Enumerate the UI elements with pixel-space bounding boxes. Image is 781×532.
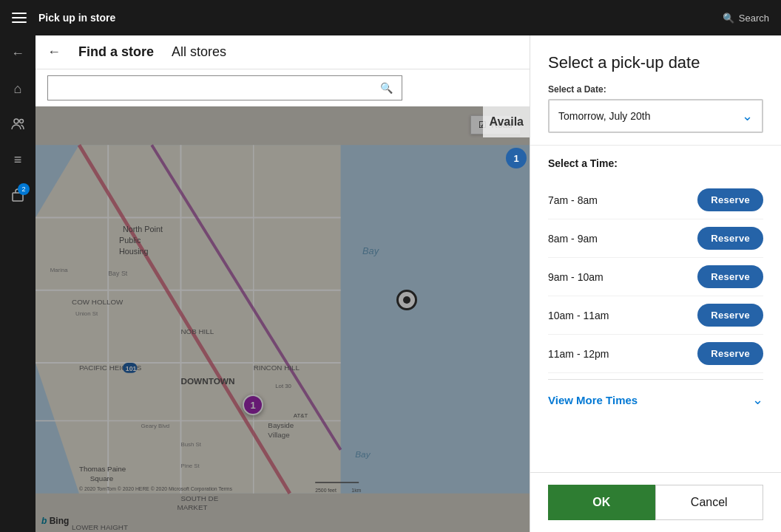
view-more-label: View More Times <box>548 394 638 406</box>
svg-text:North Point: North Point <box>123 225 163 233</box>
bag-icon[interactable]: 2 <box>6 183 30 207</box>
svg-text:Housing: Housing <box>119 247 149 256</box>
svg-text:AT&T: AT&T <box>294 412 308 419</box>
sidebar: ← ⌂ ≡ 2 <box>0 35 36 532</box>
svg-text:2500 feet: 2500 feet <box>315 488 337 493</box>
svg-text:Bay St: Bay St <box>108 270 128 277</box>
store-search-container[interactable]: 🔍 <box>47 75 402 100</box>
header-title: Pick up in store <box>38 12 711 24</box>
reserve-button-2[interactable]: Reserve <box>697 265 763 288</box>
svg-text:Pine St: Pine St <box>180 463 200 469</box>
svg-text:RINCON HILL: RINCON HILL <box>254 364 300 372</box>
time-range-4: 11am - 12pm <box>548 348 609 360</box>
menu-lines-icon[interactable]: ≡ <box>6 148 30 171</box>
panel-title: Select a pick-up date <box>548 53 763 72</box>
cancel-button[interactable]: Cancel <box>655 485 764 520</box>
time-slot-0: 7am - 8am Reserve <box>548 181 763 219</box>
top-header: Pick up in store 🔍 Search <box>0 0 781 35</box>
time-range-3: 10am - 11am <box>548 310 609 321</box>
marker-number: 1 <box>250 400 255 411</box>
pickup-panel: Select a pick-up date Select a Date: Tom… <box>530 35 781 532</box>
svg-text:Square: Square <box>90 474 114 482</box>
panel-body: Select a Time: 7am - 8am Reserve 8am - 9… <box>530 146 781 472</box>
bing-logo: b Bing <box>41 516 69 526</box>
svg-text:Bush St: Bush St <box>180 441 201 448</box>
svg-text:Bay: Bay <box>355 449 371 459</box>
svg-text:COW HOLLOW: COW HOLLOW <box>72 298 124 306</box>
date-dropdown[interactable]: Tomorrow, July 20th ⌄ <box>548 99 763 133</box>
svg-text:1km: 1km <box>351 488 361 493</box>
svg-text:Public: Public <box>119 236 141 245</box>
date-select-label: Select a Date: <box>548 84 763 95</box>
view-more-chevron-icon: ⌄ <box>752 392 763 408</box>
header-search: 🔍 Search <box>723 13 769 24</box>
reserve-button-4[interactable]: Reserve <box>697 342 763 365</box>
svg-text:Bayside: Bayside <box>268 421 294 429</box>
time-slot-2: 9am - 10am Reserve <box>548 258 763 296</box>
home-icon[interactable]: ⌂ <box>6 77 30 100</box>
svg-text:SOUTH DE: SOUTH DE <box>180 494 218 502</box>
time-range-1: 8am - 9am <box>548 233 598 245</box>
cart-badge: 2 <box>18 183 30 195</box>
map-svg: North Point Public Housing COW HOLLOW PA… <box>36 106 530 532</box>
svg-text:101: 101 <box>126 365 137 372</box>
chevron-down-icon: ⌄ <box>742 108 753 124</box>
reserve-button-3[interactable]: Reserve <box>697 304 763 327</box>
ok-button[interactable]: OK <box>548 485 655 520</box>
reserve-button-1[interactable]: Reserve <box>697 227 763 250</box>
svg-text:Union St: Union St <box>75 310 98 317</box>
view-more-times-row[interactable]: View More Times ⌄ <box>548 379 763 420</box>
location-target-icon <box>396 290 417 310</box>
store-content: ← Find a store All stores 🔍 <box>36 35 530 532</box>
time-slot-4: 11am - 12pm Reserve <box>548 335 763 373</box>
map-container: North Point Public Housing COW HOLLOW PA… <box>36 106 530 532</box>
panel-header: Select a pick-up date Select a Date: Tom… <box>530 35 781 146</box>
svg-text:Lot 30: Lot 30 <box>275 383 291 389</box>
search-icon: 🔍 <box>723 13 734 24</box>
time-slot-3: 10am - 11am Reserve <box>548 296 763 335</box>
people-icon[interactable] <box>6 112 30 136</box>
store-title: Find a store <box>78 44 154 60</box>
svg-text:Geary Blvd: Geary Blvd <box>141 423 169 429</box>
time-select-label: Select a Time: <box>548 157 763 169</box>
store-back-button[interactable]: ← <box>47 44 61 60</box>
svg-text:Village: Village <box>268 431 290 439</box>
search-icon: 🔍 <box>380 82 393 94</box>
all-stores-link[interactable]: All stores <box>172 44 226 60</box>
time-range-0: 7am - 8am <box>548 194 598 206</box>
store-number-badge: 1 <box>506 148 527 168</box>
time-slot-1: 8am - 9am Reserve <box>548 219 763 258</box>
svg-text:© 2020 TomTom © 2020 HERE © 20: © 2020 TomTom © 2020 HERE © 2020 Microso… <box>79 486 233 492</box>
svg-point-0 <box>14 119 18 123</box>
svg-text:Bay: Bay <box>362 245 380 256</box>
date-value: Tomorrow, July 20th <box>558 110 651 122</box>
svg-text:MARKET: MARKET <box>178 503 208 511</box>
hamburger-icon[interactable] <box>12 13 27 23</box>
svg-text:Marina: Marina <box>50 267 69 273</box>
time-range-2: 9am - 10am <box>548 271 604 283</box>
svg-text:LOWER HAIGHT: LOWER HAIGHT <box>72 523 128 531</box>
svg-text:DOWNTOWN: DOWNTOWN <box>180 376 234 386</box>
store-search-bar: 🔍 <box>36 69 530 106</box>
available-label: Availa <box>483 106 530 137</box>
svg-point-1 <box>20 120 24 123</box>
svg-text:NOB HILL: NOB HILL <box>180 327 214 335</box>
svg-text:Thomas Paine: Thomas Paine <box>79 465 126 473</box>
main-area: ← ⌂ ≡ 2 ← Find a store All stores <box>0 35 781 532</box>
panel-footer: OK Cancel <box>530 472 781 532</box>
search-label[interactable]: Search <box>739 13 769 24</box>
back-icon[interactable]: ← <box>6 41 30 65</box>
store-marker[interactable]: 1 <box>243 395 263 415</box>
reserve-button-0[interactable]: Reserve <box>697 188 763 211</box>
store-header: ← Find a store All stores <box>36 35 530 69</box>
